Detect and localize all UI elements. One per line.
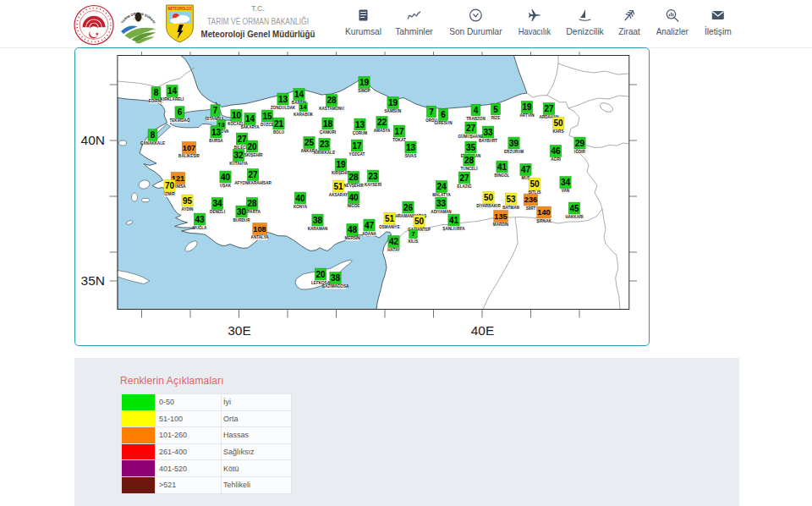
svg-text:140: 140 [537, 208, 550, 217]
svg-text:KARS: KARS [552, 129, 563, 134]
svg-text:YOZGAT: YOZGAT [349, 152, 365, 157]
svg-text:DÜZCE: DÜZCE [261, 122, 274, 127]
svg-text:20: 20 [315, 270, 326, 279]
svg-text:53: 53 [506, 195, 516, 204]
svg-text:7: 7 [213, 106, 218, 115]
svg-text:KÜTAHYA: KÜTAHYA [229, 161, 248, 166]
svg-text:ŞANLIURFA: ŞANLIURFA [442, 227, 465, 231]
svg-text:BATMAN: BATMAN [502, 206, 519, 210]
svg-text:51: 51 [385, 214, 395, 223]
svg-text:40: 40 [348, 193, 359, 202]
svg-text:34: 34 [212, 199, 222, 208]
svg-text:50: 50 [553, 118, 563, 128]
svg-text:42: 42 [389, 237, 399, 246]
svg-text:KAYSERİ: KAYSERİ [365, 182, 381, 187]
svg-text:18: 18 [323, 119, 333, 129]
svg-text:7: 7 [411, 230, 414, 238]
svg-text:ÇORUM: ÇORUM [353, 131, 368, 135]
svg-text:38: 38 [331, 273, 341, 283]
svg-text:33: 33 [436, 199, 447, 208]
svg-text:47: 47 [521, 165, 531, 174]
svg-text:17: 17 [394, 127, 404, 136]
svg-text:14: 14 [294, 90, 304, 99]
svg-text:ANTALYA: ANTALYA [251, 235, 269, 239]
svg-text:Havacılık: Havacılık [518, 26, 551, 36]
svg-text:SAMSUN: SAMSUN [385, 109, 403, 113]
svg-text:23: 23 [320, 140, 330, 149]
svg-text:38: 38 [313, 216, 323, 225]
svg-text:40N: 40N [81, 133, 105, 147]
svg-text:19: 19 [522, 102, 532, 112]
svg-text:METEOROLOJİ: METEOROLOJİ [168, 6, 192, 11]
svg-text:Son Durumlar: Son Durumlar [449, 26, 502, 36]
svg-text:135: 135 [494, 212, 507, 221]
svg-text:39: 39 [509, 139, 519, 148]
svg-text:50: 50 [414, 217, 425, 226]
svg-text:ARTVİN: ARTVİN [519, 113, 535, 118]
svg-text:KONYA: KONYA [294, 205, 308, 209]
svg-text:48: 48 [348, 225, 358, 234]
svg-text:14: 14 [245, 114, 255, 124]
svg-text:VAN: VAN [562, 189, 570, 193]
svg-text:4: 4 [474, 106, 479, 115]
svg-text:TARIM VE ORMAN BAKANLIĞI: TARIM VE ORMAN BAKANLIĞI [207, 16, 309, 26]
svg-text:22: 22 [377, 118, 387, 127]
svg-text:SİİRT: SİİRT [526, 206, 536, 211]
svg-text:5: 5 [493, 105, 498, 114]
svg-text:32: 32 [233, 151, 244, 160]
svg-text:34: 34 [561, 178, 571, 187]
svg-text:MUŞ: MUŞ [521, 176, 529, 180]
svg-text:10: 10 [232, 111, 242, 120]
svg-text:AFYONKARAHİSAR: AFYONKARAHİSAR [234, 180, 272, 185]
svg-text:27: 27 [237, 135, 247, 144]
svg-text:70: 70 [165, 181, 175, 190]
svg-text:19: 19 [336, 160, 346, 169]
svg-text:28: 28 [326, 96, 337, 105]
svg-text:8: 8 [151, 130, 156, 140]
svg-text:ŞIRNAK: ŞIRNAK [536, 219, 551, 223]
svg-text:108: 108 [253, 225, 266, 234]
svg-text:TRABZON: TRABZON [466, 117, 486, 121]
svg-text:15: 15 [262, 112, 272, 121]
svg-text:28: 28 [247, 199, 257, 208]
svg-text:DİYARBAKIR: DİYARBAKIR [476, 203, 501, 208]
svg-text:Tahminler: Tahminler [395, 26, 433, 36]
svg-text:TUNCELİ: TUNCELİ [461, 166, 478, 171]
svg-text:43: 43 [195, 215, 205, 224]
svg-text:AYDIN: AYDIN [182, 207, 195, 212]
svg-text:T.C.: T.C. [251, 4, 265, 13]
svg-text:MERSİN: MERSİN [345, 235, 361, 240]
svg-text:236: 236 [524, 195, 537, 204]
svg-text:BİNGÖL: BİNGÖL [495, 173, 510, 178]
svg-text:ERZURUM: ERZURUM [504, 150, 524, 154]
svg-text:19: 19 [388, 98, 398, 107]
svg-text:21: 21 [274, 119, 284, 129]
svg-text:35: 35 [466, 143, 476, 152]
svg-text:MALATYA: MALATYA [432, 193, 451, 197]
svg-text:RİZE: RİZE [491, 115, 500, 120]
svg-text:Meteoroloji Genel Müdürlüğü: Meteoroloji Genel Müdürlüğü [201, 29, 315, 39]
svg-text:Denizcilik: Denizcilik [566, 26, 604, 36]
svg-text:KIRKLARELİ: KIRKLARELİ [161, 96, 184, 102]
svg-text:OSMANİYE: OSMANİYE [379, 224, 400, 229]
svg-text:KASTAMONU: KASTAMONU [319, 107, 344, 111]
svg-text:SAKARYA: SAKARYA [240, 125, 260, 129]
svg-text:TOKAT: TOKAT [392, 138, 406, 142]
svg-text:GİRESUN: GİRESUN [435, 120, 453, 125]
svg-text:26: 26 [403, 203, 414, 212]
svg-text:50: 50 [484, 193, 494, 202]
svg-text:27: 27 [459, 173, 469, 183]
svg-text:KARABÜK: KARABÜK [294, 112, 314, 117]
svg-text:47: 47 [365, 221, 375, 230]
svg-text:ÇANKIRI: ÇANKIRI [320, 130, 336, 135]
svg-text:İletişim: İletişim [705, 26, 732, 36]
svg-text:41: 41 [449, 216, 459, 225]
svg-text:HAKKARİ: HAKKARİ [565, 214, 583, 219]
svg-text:BURSA: BURSA [209, 139, 223, 143]
svg-text:27: 27 [248, 170, 258, 179]
svg-text:AMASYA: AMASYA [374, 129, 391, 133]
svg-text:14: 14 [299, 103, 307, 111]
svg-text:KIRIKKALE: KIRIKKALE [314, 151, 335, 155]
svg-text:28: 28 [348, 173, 359, 182]
svg-text:BURDUR: BURDUR [233, 218, 251, 223]
